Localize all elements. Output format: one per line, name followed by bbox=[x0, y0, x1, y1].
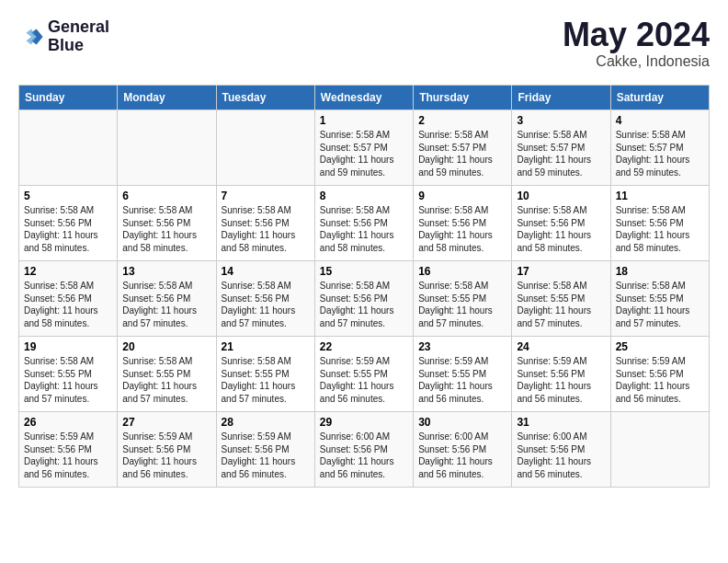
calendar-cell: 24Sunrise: 5:59 AM Sunset: 5:56 PM Dayli… bbox=[512, 337, 610, 412]
calendar-cell: 23Sunrise: 5:59 AM Sunset: 5:55 PM Dayli… bbox=[414, 337, 512, 412]
day-info: Sunrise: 5:59 AM Sunset: 5:55 PM Dayligh… bbox=[418, 355, 506, 405]
calendar-cell: 5Sunrise: 5:58 AM Sunset: 5:56 PM Daylig… bbox=[19, 186, 118, 261]
calendar-cell: 16Sunrise: 5:58 AM Sunset: 5:55 PM Dayli… bbox=[414, 261, 512, 337]
logo-icon bbox=[18, 24, 44, 50]
day-number: 21 bbox=[222, 340, 310, 353]
logo-line2: Blue bbox=[48, 37, 109, 55]
day-info: Sunrise: 5:58 AM Sunset: 5:56 PM Dayligh… bbox=[24, 280, 112, 329]
day-info: Sunrise: 5:58 AM Sunset: 5:55 PM Dayligh… bbox=[122, 355, 210, 405]
calendar-cell: 22Sunrise: 5:59 AM Sunset: 5:55 PM Dayli… bbox=[314, 337, 413, 412]
calendar-week-3: 12Sunrise: 5:58 AM Sunset: 5:56 PM Dayli… bbox=[19, 261, 710, 337]
calendar-cell: 25Sunrise: 5:59 AM Sunset: 5:56 PM Dayli… bbox=[610, 337, 709, 412]
calendar-cell: 2Sunrise: 5:58 AM Sunset: 5:57 PM Daylig… bbox=[414, 110, 512, 186]
day-number: 11 bbox=[616, 190, 704, 202]
month-title: May 2024 bbox=[563, 18, 710, 52]
day-number: 15 bbox=[320, 265, 408, 278]
calendar-header-row: SundayMondayTuesdayWednesdayThursdayFrid… bbox=[19, 86, 710, 110]
day-info: Sunrise: 6:00 AM Sunset: 5:56 PM Dayligh… bbox=[517, 431, 605, 480]
day-number: 24 bbox=[517, 340, 605, 353]
calendar-cell: 20Sunrise: 5:58 AM Sunset: 5:55 PM Dayli… bbox=[118, 337, 216, 412]
col-header-monday: Monday bbox=[118, 86, 216, 110]
day-info: Sunrise: 5:58 AM Sunset: 5:55 PM Dayligh… bbox=[222, 355, 310, 405]
calendar-cell bbox=[216, 110, 314, 186]
calendar-cell: 13Sunrise: 5:58 AM Sunset: 5:56 PM Dayli… bbox=[118, 261, 216, 337]
logo-line1: General bbox=[48, 18, 109, 37]
day-info: Sunrise: 6:00 AM Sunset: 5:56 PM Dayligh… bbox=[418, 431, 506, 480]
day-info: Sunrise: 5:58 AM Sunset: 5:56 PM Dayligh… bbox=[122, 204, 210, 254]
day-info: Sunrise: 5:58 AM Sunset: 5:55 PM Dayligh… bbox=[517, 280, 605, 329]
day-number: 2 bbox=[418, 114, 506, 127]
day-number: 20 bbox=[122, 340, 210, 353]
day-number: 14 bbox=[222, 265, 310, 278]
day-info: Sunrise: 5:58 AM Sunset: 5:56 PM Dayligh… bbox=[222, 280, 310, 329]
day-number: 4 bbox=[616, 114, 704, 127]
day-info: Sunrise: 5:59 AM Sunset: 5:56 PM Dayligh… bbox=[616, 355, 704, 405]
calendar-cell: 6Sunrise: 5:58 AM Sunset: 5:56 PM Daylig… bbox=[118, 186, 216, 261]
day-number: 31 bbox=[517, 416, 605, 429]
day-info: Sunrise: 5:58 AM Sunset: 5:55 PM Dayligh… bbox=[616, 280, 704, 329]
day-info: Sunrise: 5:58 AM Sunset: 5:55 PM Dayligh… bbox=[418, 280, 506, 329]
day-info: Sunrise: 5:58 AM Sunset: 5:57 PM Dayligh… bbox=[517, 129, 605, 178]
calendar-cell: 8Sunrise: 5:58 AM Sunset: 5:56 PM Daylig… bbox=[314, 186, 413, 261]
day-number: 7 bbox=[222, 190, 310, 202]
day-number: 6 bbox=[122, 190, 210, 202]
calendar-cell bbox=[19, 110, 118, 186]
col-header-tuesday: Tuesday bbox=[216, 86, 314, 110]
calendar-cell: 31Sunrise: 6:00 AM Sunset: 5:56 PM Dayli… bbox=[512, 412, 610, 488]
day-number: 23 bbox=[418, 340, 506, 353]
day-number: 30 bbox=[418, 416, 506, 429]
day-number: 18 bbox=[616, 265, 704, 278]
day-info: Sunrise: 5:58 AM Sunset: 5:56 PM Dayligh… bbox=[320, 204, 408, 254]
day-info: Sunrise: 5:58 AM Sunset: 5:57 PM Dayligh… bbox=[616, 129, 704, 178]
day-number: 10 bbox=[517, 190, 605, 202]
calendar-cell: 14Sunrise: 5:58 AM Sunset: 5:56 PM Dayli… bbox=[216, 261, 314, 337]
day-number: 16 bbox=[418, 265, 506, 278]
page-header: General Blue May 2024 Cakke, Indonesia bbox=[18, 18, 710, 70]
day-number: 17 bbox=[517, 265, 605, 278]
calendar-table: SundayMondayTuesdayWednesdayThursdayFrid… bbox=[18, 85, 710, 488]
col-header-wednesday: Wednesday bbox=[314, 86, 413, 110]
calendar-cell: 21Sunrise: 5:58 AM Sunset: 5:55 PM Dayli… bbox=[216, 337, 314, 412]
day-number: 28 bbox=[222, 416, 310, 429]
calendar-cell: 27Sunrise: 5:59 AM Sunset: 5:56 PM Dayli… bbox=[118, 412, 216, 488]
day-number: 29 bbox=[320, 416, 408, 429]
day-number: 25 bbox=[616, 340, 704, 353]
day-info: Sunrise: 5:58 AM Sunset: 5:57 PM Dayligh… bbox=[418, 129, 506, 178]
day-number: 9 bbox=[418, 190, 506, 202]
calendar-cell: 12Sunrise: 5:58 AM Sunset: 5:56 PM Dayli… bbox=[19, 261, 118, 337]
col-header-saturday: Saturday bbox=[610, 86, 709, 110]
calendar-cell: 26Sunrise: 5:59 AM Sunset: 5:56 PM Dayli… bbox=[19, 412, 118, 488]
calendar-cell: 1Sunrise: 5:58 AM Sunset: 5:57 PM Daylig… bbox=[314, 110, 413, 186]
calendar-week-4: 19Sunrise: 5:58 AM Sunset: 5:55 PM Dayli… bbox=[19, 337, 710, 412]
calendar-cell: 29Sunrise: 6:00 AM Sunset: 5:56 PM Dayli… bbox=[314, 412, 413, 488]
col-header-sunday: Sunday bbox=[19, 86, 118, 110]
location-subtitle: Cakke, Indonesia bbox=[563, 53, 710, 70]
day-info: Sunrise: 5:59 AM Sunset: 5:56 PM Dayligh… bbox=[222, 431, 310, 480]
day-number: 1 bbox=[320, 114, 408, 127]
col-header-friday: Friday bbox=[512, 86, 610, 110]
day-info: Sunrise: 5:58 AM Sunset: 5:56 PM Dayligh… bbox=[222, 204, 310, 254]
calendar-cell: 11Sunrise: 5:58 AM Sunset: 5:56 PM Dayli… bbox=[610, 186, 709, 261]
day-number: 22 bbox=[320, 340, 408, 353]
calendar-cell: 28Sunrise: 5:59 AM Sunset: 5:56 PM Dayli… bbox=[216, 412, 314, 488]
calendar-week-2: 5Sunrise: 5:58 AM Sunset: 5:56 PM Daylig… bbox=[19, 186, 710, 261]
day-info: Sunrise: 5:59 AM Sunset: 5:56 PM Dayligh… bbox=[517, 355, 605, 405]
day-info: Sunrise: 5:58 AM Sunset: 5:56 PM Dayligh… bbox=[418, 204, 506, 254]
day-number: 13 bbox=[122, 265, 210, 278]
day-info: Sunrise: 5:59 AM Sunset: 5:56 PM Dayligh… bbox=[24, 431, 112, 480]
title-block: May 2024 Cakke, Indonesia bbox=[563, 18, 710, 70]
day-number: 19 bbox=[24, 340, 112, 353]
day-number: 3 bbox=[517, 114, 605, 127]
calendar-week-1: 1Sunrise: 5:58 AM Sunset: 5:57 PM Daylig… bbox=[19, 110, 710, 186]
day-info: Sunrise: 5:58 AM Sunset: 5:56 PM Dayligh… bbox=[320, 280, 408, 329]
day-number: 5 bbox=[24, 190, 112, 202]
calendar-cell: 4Sunrise: 5:58 AM Sunset: 5:57 PM Daylig… bbox=[610, 110, 709, 186]
day-info: Sunrise: 5:58 AM Sunset: 5:55 PM Dayligh… bbox=[24, 355, 112, 405]
logo: General Blue bbox=[18, 18, 109, 55]
calendar-cell: 9Sunrise: 5:58 AM Sunset: 5:56 PM Daylig… bbox=[414, 186, 512, 261]
day-number: 27 bbox=[122, 416, 210, 429]
day-info: Sunrise: 6:00 AM Sunset: 5:56 PM Dayligh… bbox=[320, 431, 408, 480]
calendar-cell: 7Sunrise: 5:58 AM Sunset: 5:56 PM Daylig… bbox=[216, 186, 314, 261]
calendar-week-5: 26Sunrise: 5:59 AM Sunset: 5:56 PM Dayli… bbox=[19, 412, 710, 488]
calendar-cell bbox=[610, 412, 709, 488]
